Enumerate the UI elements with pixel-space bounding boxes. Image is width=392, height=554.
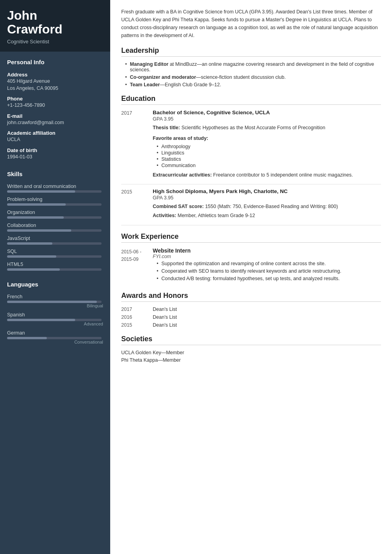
skill-bar-bg (7, 255, 102, 258)
education-section-title: Education (121, 95, 381, 105)
work-content: Website InternFYI.comSupported the optim… (153, 247, 381, 284)
language-name: French (7, 294, 103, 299)
education-activities: Activities: Member, Athletics team Grade… (153, 212, 381, 219)
award-row: 2016Dean's List (121, 314, 381, 320)
list-item: Co-organizer and moderator—science-ficti… (125, 74, 381, 80)
education-gpa: GPA 3.95 (153, 116, 381, 122)
society-item: Phi Theta Kappa—Member (121, 357, 381, 363)
skill-name: Collaboration (7, 223, 103, 228)
education-year: 2015 (121, 188, 153, 219)
language-level: Bilingual (7, 303, 103, 308)
languages-title: Languages (7, 278, 103, 290)
work-section-title: Work Experience (121, 232, 381, 243)
skill-name: SQL (7, 249, 103, 254)
education-year: 2017 (121, 110, 153, 178)
skill-bar-bg (7, 268, 102, 271)
list-item: Anthropology (157, 144, 381, 149)
work-dates: 2015-06 -2015-09 (121, 247, 153, 284)
candidate-title: Cognitive Scientist (7, 39, 103, 45)
divider (121, 184, 381, 184)
education-row: 2015High School Diploma, Myers Park High… (121, 188, 381, 219)
skill-bar-bg (7, 229, 102, 232)
education-degree: High School Diploma, Myers Park High, Ch… (153, 188, 381, 194)
info-value: +1-123-456-7890 (7, 102, 103, 109)
list-item: Team Leader—English Club Grade 9–12. (125, 82, 381, 87)
candidate-name: John Crawford (7, 9, 103, 36)
language-bar-fill (7, 319, 75, 321)
info-value: john.crawford@gmail.com (7, 119, 103, 126)
info-label: Address (7, 72, 103, 78)
skill-name: Problem-solving (7, 197, 103, 202)
education-fav-areas-list: AnthropologyLinguisticsStatisticsCommuni… (153, 144, 381, 168)
work-bullets: Supported the optimization and revamping… (153, 261, 381, 281)
award-year: 2015 (121, 322, 153, 328)
skill-bar-fill (7, 216, 64, 219)
list-item: Conducted A/B testing: formulated hypoth… (157, 276, 381, 281)
award-name: Dean's List (153, 322, 177, 328)
education-fav-areas-label: Favorite areas of study: (153, 135, 381, 142)
education-content: Bachelor of Science, Cognitive Science, … (153, 110, 381, 178)
skill-bar-bg (7, 216, 102, 219)
list-item: Communication (157, 163, 381, 168)
language-bar-fill (7, 337, 47, 339)
skill-bar-bg (7, 242, 102, 245)
language-level: Conversational (7, 340, 103, 344)
divider (121, 225, 381, 225)
skill-bar-fill (7, 190, 75, 193)
awards-section-title: Awards and Honors (121, 292, 381, 302)
education-thesis: Thesis title: Scientific Hypotheses as t… (153, 124, 381, 132)
leadership-list: Managing Editor at MindBuzz—an online ma… (121, 61, 381, 87)
education-content: High School Diploma, Myers Park High, Ch… (153, 188, 381, 219)
award-name: Dean's List (153, 307, 177, 312)
work-row: 2015-06 -2015-09Website InternFYI.comSup… (121, 247, 381, 284)
list-item: Cooperated with SEO teams to identify re… (157, 268, 381, 274)
info-label: Academic affiliation (7, 130, 103, 136)
education-gpa: GPA 3.95 (153, 195, 381, 201)
skill-bar-fill (7, 229, 71, 232)
language-bar-fill (7, 301, 97, 303)
work-title: Website Intern (153, 247, 381, 254)
summary-text: Fresh graduate with a BA in Cognitive Sc… (121, 8, 381, 39)
main-content: Fresh graduate with a BA in Cognitive Sc… (110, 0, 392, 554)
skill-name: Organization (7, 210, 103, 215)
award-year: 2017 (121, 307, 153, 312)
skill-bar-bg (7, 203, 102, 206)
sidebar-header: John Crawford Cognitive Scientist (0, 0, 110, 52)
language-bar-bg (7, 319, 102, 321)
list-item: Linguistics (157, 150, 381, 156)
languages-section: Languages FrenchBilingualSpanishAdvanced… (0, 274, 110, 348)
skills-section: Skills Written and oral communicationPro… (0, 164, 110, 274)
language-bar-bg (7, 301, 102, 303)
skill-bar-fill (7, 203, 66, 206)
list-item: Statistics (157, 156, 381, 162)
skill-name: Written and oral communication (7, 184, 103, 189)
info-label: Phone (7, 96, 103, 102)
societies-section-title: Societies (121, 335, 381, 345)
info-value: UCLA (7, 136, 103, 143)
language-name: German (7, 330, 103, 336)
education-degree: Bachelor of Science, Cognitive Science, … (153, 110, 381, 115)
language-level: Advanced (7, 322, 103, 326)
education-row: 2017Bachelor of Science, Cognitive Scien… (121, 110, 381, 178)
skill-bar-fill (7, 255, 56, 258)
personal-info-title: Personal Info (7, 56, 103, 68)
list-item: Managing Editor at MindBuzz—an online ma… (125, 61, 381, 73)
skills-title: Skills (7, 167, 103, 180)
work-company: FYI.com (153, 254, 381, 259)
award-year: 2016 (121, 314, 153, 320)
skill-name: HTML5 (7, 262, 103, 267)
award-row: 2015Dean's List (121, 322, 381, 328)
sidebar: John Crawford Cognitive Scientist Person… (0, 0, 110, 554)
education-sat: Combined SAT score: 1550 (Math: 750, Evi… (153, 203, 381, 210)
language-bar-bg (7, 337, 102, 339)
leadership-section-title: Leadership (121, 46, 381, 57)
award-row: 2017Dean's List (121, 307, 381, 312)
education-extra: Extracurricular activities: Freelance co… (153, 171, 381, 179)
language-name: Spanish (7, 312, 103, 318)
info-value: 1994-01-03 (7, 154, 103, 161)
info-label: Date of birth (7, 147, 103, 153)
award-name: Dean's List (153, 314, 177, 320)
info-label: E-mail (7, 113, 103, 119)
list-item: Supported the optimization and revamping… (157, 261, 381, 266)
info-value: 405 Hilgard Avenue Los Angeles, CA 90095 (7, 78, 103, 92)
